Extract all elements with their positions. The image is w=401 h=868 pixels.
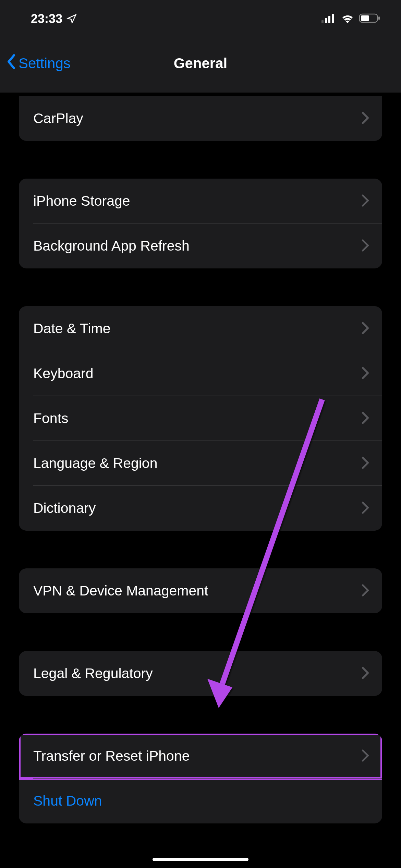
settings-group-storage: iPhone Storage Background App Refresh: [19, 179, 382, 268]
row-label: Background App Refresh: [33, 238, 190, 254]
row-shut-down[interactable]: Shut Down: [19, 779, 382, 823]
row-background-app-refresh[interactable]: Background App Refresh: [19, 224, 382, 268]
chevron-right-icon: [362, 367, 369, 381]
chevron-right-icon: [362, 502, 369, 515]
svg-rect-5: [361, 15, 369, 21]
chevron-right-icon: [362, 239, 369, 253]
row-label: Transfer or Reset iPhone: [33, 748, 190, 764]
settings-group-carplay: CarPlay: [19, 96, 382, 141]
row-label: Legal & Regulatory: [33, 665, 153, 682]
chevron-right-icon: [362, 412, 369, 425]
home-indicator[interactable]: [153, 858, 248, 861]
status-bar: 23:33: [0, 0, 401, 34]
row-label: Fonts: [33, 410, 69, 426]
row-label: Dictionary: [33, 500, 96, 516]
svg-rect-1: [325, 18, 327, 23]
settings-group-legal: Legal & Regulatory: [19, 651, 382, 696]
chevron-right-icon: [362, 194, 369, 208]
row-label: CarPlay: [33, 110, 83, 126]
chevron-right-icon: [362, 667, 369, 680]
settings-group-vpn: VPN & Device Management: [19, 568, 382, 613]
chevron-right-icon: [362, 749, 369, 763]
settings-group-datetime: Date & Time Keyboard Fonts Language & Re…: [19, 306, 382, 531]
row-label: Keyboard: [33, 365, 94, 382]
svg-rect-3: [332, 14, 334, 23]
row-date-time[interactable]: Date & Time: [19, 306, 382, 351]
row-label: Language & Region: [33, 455, 157, 471]
row-keyboard[interactable]: Keyboard: [19, 351, 382, 396]
row-vpn-device-management[interactable]: VPN & Device Management: [19, 568, 382, 613]
battery-icon: [359, 13, 380, 25]
row-carplay[interactable]: CarPlay: [19, 96, 382, 141]
wifi-icon: [341, 13, 354, 25]
settings-group-reset: Transfer or Reset iPhone Shut Down: [19, 734, 382, 823]
status-right: [321, 13, 380, 25]
chevron-right-icon: [362, 322, 369, 336]
svg-rect-2: [328, 16, 330, 23]
chevron-right-icon: [362, 112, 369, 125]
chevron-right-icon: [362, 584, 369, 598]
chevron-left-icon: [6, 54, 16, 73]
row-label: iPhone Storage: [33, 193, 130, 209]
svg-rect-0: [321, 20, 324, 23]
status-left: 23:33: [31, 12, 77, 26]
content: CarPlay iPhone Storage Background App Re…: [0, 93, 401, 823]
back-label: Settings: [19, 55, 71, 72]
row-legal-regulatory[interactable]: Legal & Regulatory: [19, 651, 382, 696]
row-label: Date & Time: [33, 321, 111, 337]
row-label: VPN & Device Management: [33, 583, 208, 599]
row-fonts[interactable]: Fonts: [19, 396, 382, 441]
page-title: General: [174, 55, 227, 72]
row-language-region[interactable]: Language & Region: [19, 441, 382, 486]
chevron-right-icon: [362, 457, 369, 470]
cellular-icon: [321, 13, 336, 24]
row-transfer-reset-iphone[interactable]: Transfer or Reset iPhone: [19, 734, 382, 779]
location-icon: [66, 14, 77, 24]
row-dictionary[interactable]: Dictionary: [19, 486, 382, 531]
nav-bar: Settings General: [0, 34, 401, 93]
back-button[interactable]: Settings: [6, 54, 71, 73]
status-time: 23:33: [31, 12, 62, 26]
svg-rect-6: [378, 16, 380, 20]
row-iphone-storage[interactable]: iPhone Storage: [19, 179, 382, 224]
row-label: Shut Down: [33, 793, 102, 809]
